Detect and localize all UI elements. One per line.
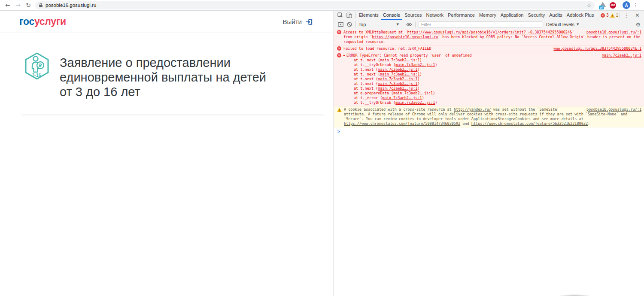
extension-icon[interactable]: off (599, 1, 607, 9)
source-link[interactable]: main.7c3aeb2….js:1 (378, 86, 417, 91)
stack-frame: at t.__tryOrUnsub (main.7c3aeb2….js:1) (343, 63, 641, 67)
error-text: ERROR TypeError: Cannot read property 'u… (346, 53, 472, 57)
stack-frame: at t.next (main.7c3aeb2….js:1) (343, 86, 641, 91)
devtools-tab-application[interactable]: Application (498, 11, 526, 20)
console-error-cors: ✕ posobie16.gosuslugi.ru/:1 Access to XM… (334, 29, 644, 45)
toolbar-separator (620, 2, 620, 8)
url-text: posobie16.gosuslugi.ru (46, 3, 586, 8)
settings-gear-icon[interactable]: ⚙ (635, 21, 642, 28)
expand-triangle-icon[interactable]: ▶ (343, 53, 345, 58)
devtools-tab-console[interactable]: Console (381, 11, 402, 20)
bookmark-star-icon[interactable]: ☆ (586, 2, 592, 9)
devtools-panel: ElementsConsoleSourcesNetworkPerformance… (334, 11, 644, 296)
devtools-menu-icon[interactable]: ⋮ (621, 12, 632, 18)
request-url-link[interactable]: https://www.gosuslugi.ru/api/posobie16/v… (407, 30, 572, 34)
chevron-down-icon: ▼ (577, 23, 579, 26)
extension-off-badge: off (599, 6, 604, 9)
stack-frame: at t.next (main.7c3aeb2….js:1) (343, 67, 641, 72)
console-sidebar-toggle-icon[interactable] (336, 22, 345, 27)
filter-input[interactable] (419, 21, 542, 28)
inspect-element-icon[interactable] (336, 12, 345, 18)
page-title-line: Заявление о предоставлении (60, 55, 266, 70)
reload-icon[interactable]: ↻ (23, 0, 33, 10)
source-link[interactable]: main.7c3aeb2….js:1 (378, 67, 417, 72)
context-selector[interactable]: top ▼ (357, 22, 401, 27)
logo-text-blue: гос (19, 16, 34, 27)
toolbar-separator (415, 21, 416, 27)
warning-text: and (460, 121, 471, 126)
stack-frame: at t._next (main.7c3aeb2….js:1) (343, 58, 641, 63)
source-link[interactable]: main.7c3aeb2….js:1 (602, 53, 641, 58)
source-link[interactable]: main.7c3aeb2….js:1 (380, 72, 419, 76)
content-divider (21, 115, 324, 115)
error-count: 3 (606, 13, 609, 18)
yandex-link[interactable]: http://yandex.ru/ (454, 107, 491, 112)
exit-icon (305, 18, 313, 25)
devtools-tab-elements[interactable]: Elements (357, 11, 381, 20)
chevron-down-icon: ▼ (397, 23, 399, 26)
stack-frame: at t.next (main.7c3aeb2….js:1) (343, 77, 641, 82)
live-expression-eye-icon[interactable] (404, 22, 414, 27)
svg-text:!: ! (612, 14, 613, 17)
svg-text:₽: ₽ (39, 63, 42, 68)
stack-frame: at e.prepareData (main.7c3aeb2….js:1) (343, 91, 641, 96)
devtools-tab-adblock-plus[interactable]: Adblock Plus (565, 11, 596, 20)
log-levels-dropdown[interactable]: Default levels ▼ (546, 22, 579, 27)
warning-text: . (588, 121, 590, 126)
source-link[interactable]: main.7c3aeb2….js:1 (378, 82, 417, 86)
address-bar[interactable]: posobie16.gosuslugi.ru ☆ (35, 1, 595, 9)
devtools-close-icon[interactable]: ✕ (632, 12, 642, 18)
chromestatus-link[interactable]: https://www.chromestatus.com/feature/508… (344, 121, 460, 126)
clear-console-icon[interactable] (345, 22, 354, 27)
origin-url-link[interactable]: https://posobie16.gosuslugi.ru (372, 35, 438, 39)
devtools-tab-performance[interactable]: Performance (446, 11, 477, 20)
source-link[interactable]: main.7c3aeb2….js:1 (393, 91, 433, 95)
error-icon: ✕ (337, 53, 341, 57)
source-link[interactable]: posobie16.gosuslugi.ru/:1 (586, 107, 641, 112)
console-error-typeerror: ✕ main.7c3aeb2….js:1 ▶ERROR TypeError: C… (334, 52, 644, 106)
stack-frame: at t.__tryOrUnsub (main.7c3aeb2….js:1) (343, 100, 641, 105)
error-text: Access to XMLHttpRequest at ' (343, 30, 407, 34)
devtools-tab-sources[interactable]: Sources (402, 11, 424, 20)
devtools-tab-security[interactable]: Security (526, 11, 547, 20)
source-link[interactable]: main.7c3aeb2….js:1 (395, 63, 435, 67)
console-badges[interactable]: ✕ 3 ! 1 (601, 13, 618, 18)
chromestatus-link[interactable]: https://www.chromestatus.com/feature/563… (471, 121, 588, 126)
source-link[interactable]: www.gosuslugi.ru/api…3837544295500024&:1 (553, 46, 641, 51)
stack-frame: at t._next (main.7c3aeb2….js:1) (343, 72, 641, 77)
back-icon[interactable]: ← (3, 0, 13, 10)
devtools-tab-audits[interactable]: Audits (547, 11, 565, 20)
source-link[interactable]: main.7c3aeb2….js:1 (380, 58, 419, 62)
context-label: top (359, 22, 366, 27)
logo-text-red: услуги (34, 16, 66, 27)
svg-text:!: ! (339, 109, 340, 112)
page-area: госуслуги Выйти ₽ 3-16 (0, 11, 334, 296)
devtools-tab-network[interactable]: Network (424, 11, 446, 20)
page-title-line: от 3 до 16 лет (60, 85, 266, 99)
stack-frame: at t.next (main.7c3aeb2….js:1) (343, 82, 641, 86)
warning-text: A cookie associated with a cross-site re… (344, 107, 454, 112)
tabbar-separator (355, 12, 355, 18)
source-link[interactable]: main.7c3aeb2….js:1 (383, 96, 422, 100)
warning-count: 1 (616, 13, 619, 18)
gosuslugi-logo[interactable]: госуслуги (19, 16, 66, 27)
lock-icon (39, 3, 43, 8)
source-link[interactable]: posobie16.gosuslugi.ru/:1 (586, 30, 641, 35)
page-title: Заявление о предоставлении единовременно… (60, 55, 266, 99)
source-link[interactable]: main.7c3aeb2….js:1 (395, 100, 435, 105)
devtools-tab-memory[interactable]: Memory (477, 11, 498, 20)
toolbar-separator (403, 21, 403, 27)
logout-label: Выйти (283, 18, 302, 25)
console-prompt[interactable]: > (334, 127, 644, 134)
browser-menu-icon[interactable]: ⋮ (630, 2, 641, 8)
logout-link[interactable]: Выйти (283, 18, 313, 25)
adblock-plus-icon[interactable]: ABP (610, 2, 616, 9)
stack-trace: at t._next (main.7c3aeb2….js:1)at t.__tr… (343, 58, 641, 105)
page-content: ₽ 3-16 Заявление о предоставлении единов… (0, 33, 334, 99)
source-link[interactable]: main.7c3aeb2….js:1 (378, 77, 417, 81)
device-toolbar-icon[interactable] (345, 12, 354, 18)
forward-icon[interactable]: → (13, 0, 23, 10)
devtools-tabs: ElementsConsoleSourcesNetworkPerformance… (357, 11, 596, 20)
console-toolbar: top ▼ Default levels ▼ ⚙ (334, 20, 644, 29)
profile-avatar[interactable]: A (623, 1, 630, 9)
